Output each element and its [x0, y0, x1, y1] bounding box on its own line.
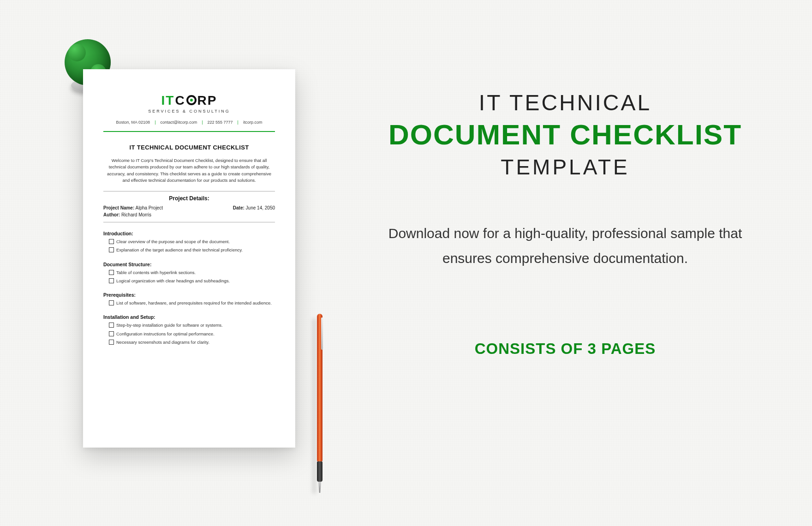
contact-email: contact@itcorp.com	[160, 120, 197, 125]
checklist-section: Installation and Setup:Step-by-step inst…	[103, 314, 275, 345]
project-details-heading: Project Details:	[103, 195, 275, 202]
logo-subtitle: SERVICES & CONSULTING	[103, 109, 275, 114]
contact-phone: 222 555 7777	[208, 120, 233, 125]
checklist-item: Configuration instructions for optimal p…	[103, 331, 275, 337]
page-count-label: CONSISTS OF 3 PAGES	[378, 340, 752, 358]
divider	[103, 191, 275, 191]
checklist-item: Necessary screenshots and diagrams for c…	[103, 339, 275, 345]
checklist-item: Clear overview of the purpose and scope …	[103, 239, 275, 245]
author-label: Author:	[103, 212, 120, 217]
logo-rp: RP	[197, 93, 217, 108]
checklist-section: Document Structure:Table of contents wit…	[103, 262, 275, 284]
checklist-item: Logical organization with clear headings…	[103, 278, 275, 284]
green-divider	[103, 131, 275, 132]
divider	[103, 222, 275, 222]
promo-title-line1: IT TECHNICAL	[378, 90, 752, 115]
logo-c: C	[175, 93, 185, 108]
project-name-label: Project Name:	[103, 205, 134, 210]
section-title: Prerequisites:	[103, 292, 275, 298]
checklist-item: Table of contents with hyperlink section…	[103, 269, 275, 275]
promo-column: IT TECHNICAL DOCUMENT CHECKLIST TEMPLATE…	[378, 90, 752, 358]
pen-decoration	[316, 314, 324, 498]
logo: ITCRP SERVICES & CONSULTING	[103, 93, 275, 114]
document-preview: ITCRP SERVICES & CONSULTING Boston, MA 0…	[83, 69, 295, 448]
date-value: June 14, 2050	[246, 205, 275, 210]
contact-site: itcorp.com	[243, 120, 263, 125]
date-label: Date:	[233, 205, 245, 210]
promo-title-line2: DOCUMENT CHECKLIST	[378, 118, 752, 151]
checklist-item: List of software, hardware, and prerequi…	[103, 300, 275, 306]
checklist-section: Prerequisites:List of software, hardware…	[103, 292, 275, 306]
checklist-section: Introduction:Clear overview of the purpo…	[103, 231, 275, 253]
logo-it: IT	[161, 93, 174, 108]
promo-title-line3: TEMPLATE	[378, 155, 752, 179]
checklist-item: Step-by-step installation guide for soft…	[103, 322, 275, 328]
author-value: Richard Morris	[121, 212, 151, 217]
document-title: IT TECHNICAL DOCUMENT CHECKLIST	[103, 144, 275, 151]
project-name-value: Alpha Project	[135, 205, 162, 210]
checklist-item: Explanation of the target audience and t…	[103, 247, 275, 253]
promo-description: Download now for a high-quality, profess…	[378, 221, 752, 271]
intro-paragraph: Welcome to IT Corp's Technical Document …	[103, 157, 275, 184]
section-title: Document Structure:	[103, 262, 275, 267]
project-details-row: Project Name: Alpha Project Date: June 1…	[103, 205, 275, 210]
logo-o-icon	[186, 95, 197, 105]
section-title: Installation and Setup:	[103, 314, 275, 320]
contact-address: Boston, MA 02108	[116, 120, 150, 125]
contact-line: Boston, MA 02108 | contact@itcorp.com | …	[103, 120, 275, 125]
section-title: Introduction:	[103, 231, 275, 236]
